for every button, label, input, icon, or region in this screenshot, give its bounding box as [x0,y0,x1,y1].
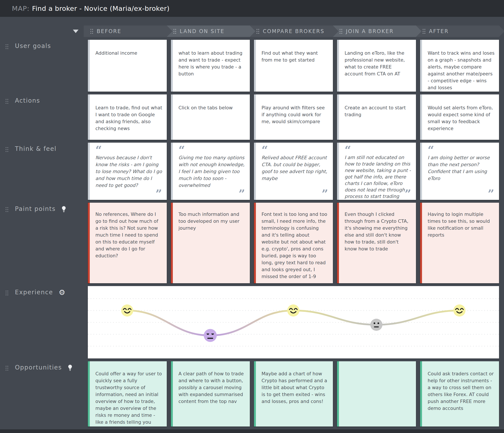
open-quote-icon: “ [261,145,329,154]
drag-handle-icon[interactable] [423,28,425,34]
card-text: Maybe add a chart of how Crypto has perf… [261,371,327,404]
row-label-pain-points: Paint points [0,203,84,283]
card-text: Giving me too many options with not enou… [179,154,245,189]
stage-cell-3: COMPARE BROKERS [254,26,333,37]
drag-handle-icon[interactable] [5,98,9,104]
close-quote-icon: ” [405,188,411,199]
stage-cell-5: AFTER [420,26,499,37]
drag-handle-icon[interactable] [90,28,93,34]
card-text: Learn to trade, find out what I want to … [95,105,162,131]
drag-handle-icon[interactable] [5,44,9,50]
experience-chart[interactable] [88,286,499,358]
card-text: Could offer a way for user to quickly se… [95,371,162,425]
card-think-feel-land-on-site[interactable]: “ Giving me too many options with not en… [171,143,250,200]
card-text: A clear path of how to trade and where t… [179,371,244,404]
stage-header-compare-brokers[interactable]: COMPARE BROKERS [250,26,339,37]
card-actions-land-on-site[interactable]: Click on the tabs below [171,95,250,140]
collapse-all-chevron-down-icon[interactable] [73,30,79,33]
card-user-goals-join-a-broker[interactable]: Landing on eToro, like the professional … [337,40,416,92]
card-actions-before[interactable]: Learn to trade, find out what I want to … [88,95,167,140]
stage-label: BEFORE [97,28,121,34]
stage-header-land-on-site[interactable]: LAND ON SITE [167,26,255,37]
card-text: Having to login multiple times to see th… [428,212,490,238]
close-quote-icon: ” [239,188,245,199]
row-label-opportunities: Opportunities [0,361,84,426]
drag-handle-icon[interactable] [5,207,9,212]
drag-handle-icon[interactable] [339,28,342,34]
open-quote-icon: “ [345,145,412,154]
card-text: Font text is too long and too small, I n… [261,212,327,279]
card-pain-points-land-on-site[interactable]: Too much information and too developed o… [171,203,250,283]
map-prefix-label: MAP: [12,5,29,12]
mood-face-happy[interactable] [287,304,299,317]
card-text: Want to track wins and loses on a graph … [428,50,495,90]
mood-face-annoyed[interactable] [204,329,217,342]
card-think-feel-compare-brokers[interactable]: “ Relived about FREE account CTA. but co… [254,143,333,200]
drag-handle-icon[interactable] [173,28,176,34]
card-actions-after[interactable]: Would set alerts from eToro, would expec… [420,95,499,140]
card-pain-points-join-a-broker[interactable]: Even though I clicked through from a Cry… [337,203,416,283]
stage-label: AFTER [429,28,449,34]
card-actions-compare-brokers[interactable]: Play around with filters see if anything… [254,95,333,140]
card-opportunities-compare-brokers[interactable]: Maybe add a chart of how Crypto has perf… [254,361,333,426]
mood-face-neutral[interactable] [370,319,382,331]
journey-map-app: MAP: Find a broker - Novice (Maria/ex-br… [0,0,504,433]
stage-label: COMPARE BROKERS [263,28,324,34]
card-text: I am still not educated on how to trade … [345,154,412,200]
card-text: Could ask traders contact or help for ot… [428,371,494,411]
title-bar: MAP: Find a broker - Novice (Maria/ex-br… [0,0,504,17]
row-title: Think & feel [15,145,56,152]
card-opportunities-join-a-broker[interactable] [337,361,416,426]
close-quote-icon: ” [322,188,328,199]
card-pain-points-before[interactable]: No references, Where do I go to find out… [88,203,167,283]
open-quote-icon: “ [428,145,495,154]
card-think-feel-join-a-broker[interactable]: “ I am still not educated on how to trad… [337,143,416,200]
stage-header-after[interactable]: AFTER [416,26,504,37]
close-quote-icon: ” [488,188,494,199]
card-user-goals-before[interactable]: Additional income [88,40,167,92]
bottom-bar [0,429,504,433]
row-label-think-feel: Think & feel [0,143,84,200]
stage-header-before[interactable]: BEFORE [84,26,172,37]
card-text: No references, Where do I go to find out… [95,212,158,259]
lightbulb-icon[interactable] [61,206,66,214]
card-text: Would set alerts from eToro, would expec… [428,105,493,131]
open-quote-icon: “ [95,145,162,154]
map-title: Find a broker - Novice (Maria/ex-broker) [32,5,170,12]
card-user-goals-land-on-site[interactable]: what to learn about trading and want to … [171,40,250,92]
card-opportunities-land-on-site[interactable]: A clear path of how to trade and where t… [171,361,250,426]
card-pain-points-compare-brokers[interactable]: Font text is too long and too small, I n… [254,203,333,283]
drag-handle-icon[interactable] [5,290,9,296]
mood-face-happy[interactable] [453,304,466,317]
card-text: I am doing better or worse than the next… [428,154,495,182]
card-think-feel-before[interactable]: “ Nervous because I don't know the risks… [88,143,167,200]
gear-icon[interactable]: ⚙ [59,289,65,295]
drag-handle-icon[interactable] [5,365,9,371]
row-title: Paint points [15,205,56,212]
lightbulb-icon[interactable] [67,364,73,372]
row-label-actions: Actions [0,95,84,140]
row-title: Experience [15,289,53,296]
card-opportunities-after[interactable]: Could ask traders contact or help for ot… [420,361,499,426]
card-actions-join-a-broker[interactable]: Create an account to start trading [337,95,416,140]
open-quote-icon: “ [179,145,245,154]
drag-handle-icon[interactable] [5,147,9,152]
card-opportunities-before[interactable]: Could offer a way for user to quickly se… [88,361,167,426]
card-think-feel-after[interactable]: “ I am doing better or worse than the ne… [420,143,499,200]
stage-cell-2: LAND ON SITE [171,26,250,37]
mood-face-happy[interactable] [121,304,133,317]
card-user-goals-compare-brokers[interactable]: Find out what they want from me to get s… [254,40,333,92]
row-title: Actions [15,97,40,104]
card-text: Even though I clicked through from a Cry… [345,212,408,251]
card-user-goals-after[interactable]: Want to track wins and loses on a graph … [420,40,499,92]
card-text: Find out what they want from me to get s… [261,50,318,63]
drag-handle-icon[interactable] [256,28,259,34]
stage-header-join-a-broker[interactable]: JOIN A BROKER [333,26,422,37]
card-text: Create an account to start trading [345,105,406,117]
card-text: what to learn about trading and want to … [179,50,243,77]
card-text: Play around with filters see if anything… [261,105,325,124]
card-pain-points-after[interactable]: Having to login multiple times to see th… [420,203,499,283]
stage-label: LAND ON SITE [180,28,225,34]
close-quote-icon: ” [155,188,162,199]
stage-cell-4: JOIN A BROKER [337,26,416,37]
